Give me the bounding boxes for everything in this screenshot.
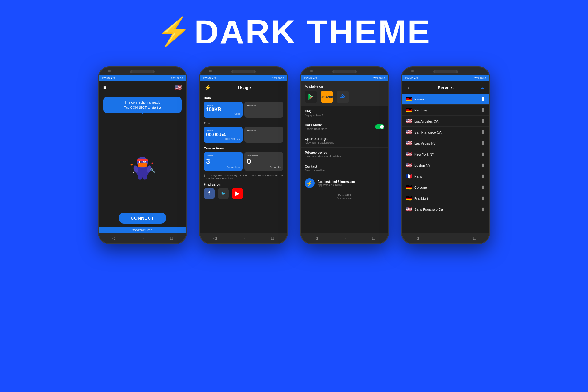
server-item[interactable]: 🇺🇸 Las Vegas NV ▐▌ [402, 138, 489, 149]
phone-2: I WIND ▲▼ 76% 20:36 ⚡ Usage → Data Today [199, 66, 288, 244]
time-label: Time [204, 121, 283, 125]
flag-icon: 🇺🇸 [175, 84, 182, 91]
server-item[interactable]: 🇫🇷 Paris ▐▌ [402, 171, 489, 182]
home-nav-1[interactable]: ○ [141, 236, 144, 241]
p1-topbar: ≡ 🇺🇸 [99, 81, 186, 94]
faq-sub: Any questions? [305, 114, 384, 117]
app-version-text: App version 2.6.860 [318, 183, 355, 187]
open-settings-title: Open Settings [305, 137, 384, 141]
server-item[interactable]: 🇺🇸 San Francisco CA ▐▌ [402, 127, 489, 138]
back-nav-3[interactable]: ◁ [314, 236, 318, 241]
status-time-1: 73% 20:30 [171, 77, 183, 80]
back-nav-2[interactable]: ◁ [213, 236, 217, 241]
server-flag: 🇩🇪 [406, 96, 412, 102]
connect-button[interactable]: CONNECT [119, 213, 166, 224]
info-text: ℹ The usage data is stored in your mobil… [200, 172, 287, 181]
svg-text:🔧: 🔧 [150, 168, 156, 173]
svg-rect-2 [138, 163, 147, 167]
server-name: Los Angeles CA [414, 119, 479, 123]
signal-icon: ▐▌ [481, 175, 485, 178]
back-nav-4[interactable]: ◁ [415, 236, 419, 241]
p2-arrow-icon[interactable]: → [278, 85, 283, 90]
contact-item[interactable]: Contact Send us feedback [301, 161, 388, 175]
speech-line2: Tap CONNECT to start :) [107, 105, 177, 110]
p1-bottom-bar: TODAY 0% USED [99, 227, 186, 233]
phone-camera-1 [108, 70, 111, 72]
social-icons: f 🐦 ▶ [204, 188, 283, 199]
server-name: Hamburg [414, 108, 479, 112]
hamburger-icon[interactable]: ≡ [103, 85, 106, 90]
p2-topbar: ⚡ Usage → [200, 81, 287, 94]
google-play-icon[interactable] [305, 91, 317, 103]
recent-nav-4[interactable]: □ [473, 236, 476, 241]
home-nav-4[interactable]: ○ [445, 236, 447, 241]
youtube-icon[interactable]: ▶ [232, 188, 243, 199]
app-installed-text: App installed 6 hours ago [318, 180, 355, 183]
buzz-vpn-credit: Buzz VPN © 2019 OML [301, 191, 388, 202]
speech-bubble: The connection is ready Tap CONNECT to s… [103, 97, 182, 113]
find-us-label: Find us on [204, 183, 283, 186]
server-flag: 🇩🇪 [406, 195, 412, 201]
bottom-nav-1: ◁ ○ □ [99, 233, 186, 243]
svg-point-10 [138, 174, 142, 180]
connections-yesterday-card: Yesterday 0 Connectio [244, 152, 283, 171]
server-flag: 🇫🇷 [406, 173, 412, 179]
server-name: Las Vegas NV [414, 141, 479, 145]
privacy-policy-sub: Read our privacy and policies [305, 155, 384, 158]
server-name: Essen [414, 97, 479, 101]
phone-camera-4 [411, 70, 414, 72]
server-item[interactable]: 🇩🇪 Hamburg ▐▌ [402, 105, 489, 116]
dark-mode-toggle[interactable] [375, 124, 384, 129]
twitter-icon[interactable]: 🐦 [218, 188, 229, 199]
find-us-section: Find us on f 🐦 ▶ [200, 181, 287, 200]
server-item[interactable]: 🇺🇸 New York NY ▐▌ [402, 149, 489, 160]
p2-bolt-icon: ⚡ [204, 84, 211, 91]
recent-nav-3[interactable]: □ [372, 236, 375, 241]
server-flag: 🇺🇸 [406, 140, 412, 146]
recent-nav-2[interactable]: □ [271, 236, 274, 241]
server-item[interactable]: 🇺🇸 Sans Francisco Ca ▐▌ [402, 204, 489, 215]
info-dot-icon: ℹ [204, 174, 205, 177]
amazon-icon[interactable]: amazon [321, 91, 333, 103]
server-name: New York NY [414, 153, 479, 156]
server-item[interactable]: 🇩🇪 Essen ▐▌ [402, 94, 489, 105]
server-name: San Francisco CA [414, 130, 479, 134]
connections-cards: Today 3 Connections Yesterday 0 Connecti… [204, 152, 283, 171]
open-settings-item[interactable]: Open Settings Allow run in background [301, 134, 388, 148]
faq-item[interactable]: FAQ Any questions? [301, 106, 388, 120]
p4-topbar: ← Servers ☁ [402, 81, 489, 94]
bottom-nav-4: ◁ ○ □ [402, 233, 489, 243]
privacy-policy-item[interactable]: Privacy policy Read our privacy and poli… [301, 148, 388, 161]
dark-mode-item[interactable]: Dark Mode Enable Dark Mode [301, 120, 388, 134]
connections-today-card: Today 3 Connections [204, 152, 243, 171]
recent-nav-1[interactable]: □ [170, 236, 173, 241]
signal-icon: ▐▌ [481, 119, 485, 123]
bottom-nav-3: ◁ ○ □ [301, 233, 388, 243]
ninja-character: ✦ ✦ ✦ 🔧 [99, 116, 186, 213]
signal-icon: ▐▌ [481, 97, 485, 101]
server-flag: 🇺🇸 [406, 129, 412, 135]
server-item[interactable]: 🇺🇸 Los Angeles CA ▐▌ [402, 116, 489, 127]
data-today-card: Today 100KB Used [204, 102, 243, 118]
back-button-4[interactable]: ← [406, 85, 412, 91]
time-yesterday-card: Yesterda [244, 127, 283, 143]
server-item[interactable]: 🇺🇸 Boston NY ▐▌ [402, 160, 489, 171]
dark-mode-title: Dark Mode [305, 123, 328, 127]
svg-rect-7 [137, 159, 148, 161]
data-cards: Today 100KB Used Yesterda [204, 102, 283, 118]
available-section: Available on amazon [301, 81, 388, 106]
phone-camera-2 [209, 70, 212, 72]
status-bar-3: I WIND ▲▼ 76% 20:36 [301, 75, 388, 81]
server-item[interactable]: 🇩🇪 Cologne ▐▌ [402, 182, 489, 193]
home-nav-3[interactable]: ○ [344, 236, 346, 241]
facebook-icon[interactable]: f [204, 188, 215, 199]
p2-content: Data Today 100KB Used Yesterda Time [200, 94, 287, 233]
time-section: Time Today 00:00:54 HH : MM : SS Yesterd… [200, 119, 287, 144]
back-nav-1[interactable]: ◁ [112, 236, 115, 241]
svg-text:✦: ✦ [151, 162, 153, 165]
toptal-icon[interactable] [337, 91, 349, 103]
home-nav-2[interactable]: ○ [243, 236, 245, 241]
phone-3: I WIND ▲▼ 76% 20:36 Available on [300, 66, 389, 244]
p3-content: Available on amazon [301, 81, 388, 233]
server-item[interactable]: 🇩🇪 Frankfurt ▐▌ [402, 193, 489, 204]
